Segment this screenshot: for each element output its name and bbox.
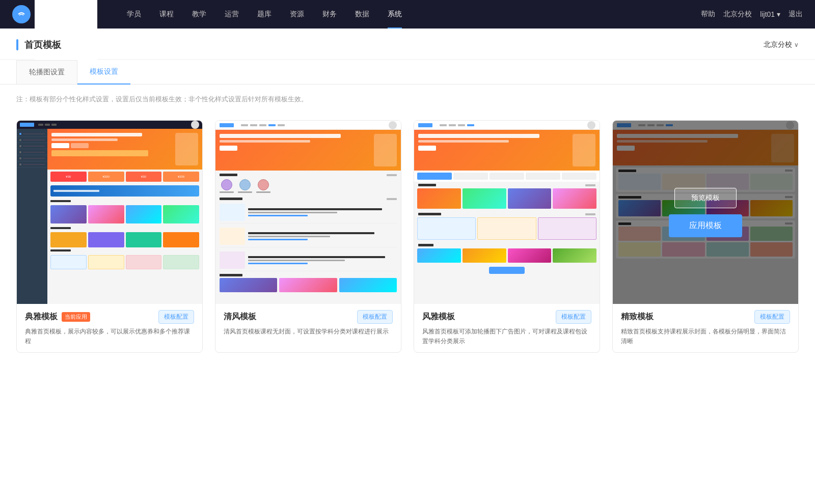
nav-item-data[interactable]: 数据 [346, 0, 378, 29]
nav-help[interactable]: 帮助 [701, 10, 715, 19]
template-card-jingzhi: 预览模板 应用模板 精致模板 模板配置 精致首页模板支持课程展示封面，各模板分隔… [612, 120, 799, 353]
nav-item-resources[interactable]: 资源 [281, 0, 313, 29]
template-preview-qingfeng[interactable]: 预览模板 应用模板 [215, 121, 401, 304]
template-name-row-qingfeng: 清风模板 模板配置 [224, 310, 393, 324]
template-name-qingfeng: 清风模板 [224, 312, 256, 322]
tab-template[interactable]: 模板设置 [77, 60, 130, 85]
apply-button-jingzhi[interactable]: 应用模板 [669, 214, 742, 237]
template-grid: ¥30 ¥200 ¥30 ¥200 [0, 110, 815, 373]
chevron-down-icon: ∨ [794, 41, 799, 48]
config-button-qingfeng[interactable]: 模板配置 [357, 310, 393, 324]
template-card-dianyan: ¥30 ¥200 ¥30 ¥200 [16, 120, 203, 353]
template-footer-jingzhi: 精致模板 模板配置 精致首页模板支持课程展示封面，各模板分隔明显，界面简洁清晰 [613, 304, 798, 352]
nav-item-operations[interactable]: 运营 [215, 0, 248, 29]
nav-logout[interactable]: 退出 [789, 10, 803, 19]
current-badge-dianyan: 当前应用 [62, 312, 90, 322]
config-button-dianyan[interactable]: 模板配置 [158, 310, 194, 324]
main-nav: 云朵设堂 教育机构一站 式服务云平台 学员 课程 教学 运营 题库 资源 财务 … [0, 0, 815, 29]
logo-icon [12, 5, 31, 23]
template-name-dianyan: 典雅模板 [25, 312, 58, 322]
nav-item-finance[interactable]: 财务 [313, 0, 346, 29]
nav-item-students[interactable]: 学员 [118, 0, 150, 29]
nav-menu: 学员 课程 教学 运营 题库 资源 财务 数据 系统 [118, 0, 701, 29]
template-footer-dianyan: 典雅模板 当前应用 模板配置 典雅首页模板，展示内容较多，可以展示优惠券和多个推… [17, 304, 202, 352]
template-name-fengya: 风雅模板 [422, 312, 455, 322]
nav-user[interactable]: lijt01 ▾ [760, 10, 780, 18]
config-button-jingzhi[interactable]: 模板配置 [754, 310, 790, 324]
nav-right: 帮助 北京分校 lijt01 ▾ 退出 [701, 10, 803, 19]
template-name-row-dianyan: 典雅模板 当前应用 模板配置 [25, 310, 194, 324]
note-text: 注：模板有部分个性化样式设置，设置后仅当前模板生效；非个性化样式设置后针对所有模… [0, 85, 815, 110]
branch-name: 北京分校 [764, 40, 792, 49]
template-desc-jingzhi: 精致首页模板支持课程展示封面，各模板分隔明显，界面简洁清晰 [621, 327, 790, 346]
page-title: 首页模板 [24, 39, 61, 51]
template-preview-dianyan[interactable]: ¥30 ¥200 ¥30 ¥200 [17, 121, 202, 304]
template-footer-fengya: 风雅模板 模板配置 风雅首页模板可添加轮播图下广告图片，可对课程及课程包设置学科… [414, 304, 600, 352]
template-card-qingfeng: 预览模板 应用模板 清风模板 模板配置 清风首页模板课程无封面，可设置按学科分类… [215, 120, 401, 353]
template-name-row-fengya: 风雅模板 模板配置 [422, 310, 591, 324]
page-title-bar [16, 39, 18, 50]
tabs-container: 轮播图设置 模板设置 [0, 60, 815, 85]
branch-selector[interactable]: 北京分校 ∨ [764, 40, 799, 49]
template-desc-dianyan: 典雅首页模板，展示内容较多，可以展示优惠券和多个推荐课程 [25, 327, 194, 346]
template-desc-fengya: 风雅首页模板可添加轮播图下广告图片，可对课程及课程包设置学科分类展示 [422, 327, 591, 346]
page-header: 首页模板 北京分校 ∨ [0, 29, 815, 60]
main-content: 首页模板 北京分校 ∨ 轮播图设置 模板设置 注：模板有部分个性化样式设置，设置… [0, 29, 815, 504]
template-overlay-jingzhi: 预览模板 应用模板 [613, 121, 798, 304]
nav-item-teaching[interactable]: 教学 [183, 0, 215, 29]
preview-button-jingzhi[interactable]: 预览模板 [674, 188, 737, 208]
template-preview-jingzhi[interactable]: 预览模板 应用模板 [613, 121, 798, 304]
page-title-wrap: 首页模板 [16, 39, 61, 51]
template-name-jingzhi: 精致模板 [621, 312, 654, 322]
config-button-fengya[interactable]: 模板配置 [556, 310, 591, 324]
nav-item-questions[interactable]: 题库 [248, 0, 281, 29]
template-card-fengya: 预览模板 应用模板 风雅模板 模板配置 风雅首页模板可添加轮播图下广告图片，可对… [414, 120, 600, 353]
nav-branch[interactable]: 北京分校 [723, 10, 752, 19]
nav-item-courses[interactable]: 课程 [150, 0, 183, 29]
nav-item-system[interactable]: 系统 [378, 0, 411, 29]
template-desc-qingfeng: 清风首页模板课程无封面，可设置按学科分类对课程进行展示 [224, 327, 393, 337]
template-preview-fengya[interactable]: 预览模板 应用模板 [414, 121, 600, 304]
template-footer-qingfeng: 清风模板 模板配置 清风首页模板课程无封面，可设置按学科分类对课程进行展示 [215, 304, 401, 343]
template-name-row-jingzhi: 精致模板 模板配置 [621, 310, 790, 324]
tabs: 轮播图设置 模板设置 [16, 60, 799, 84]
tab-carousel[interactable]: 轮播图设置 [16, 60, 77, 85]
